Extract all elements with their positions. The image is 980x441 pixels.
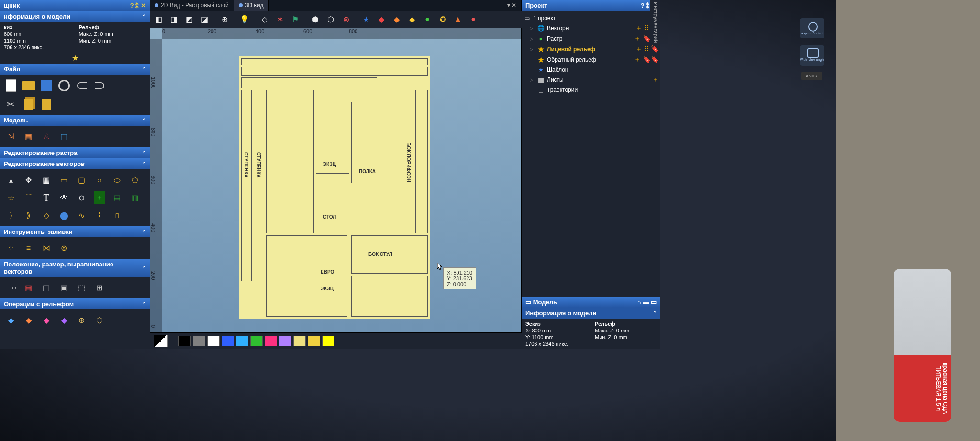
pyramid-button[interactable]: ▲: [451, 12, 465, 26]
favorite-star-icon[interactable]: ★: [0, 53, 150, 64]
pin-icon[interactable]: ? ⁑ ✕: [130, 2, 146, 9]
swatch-white[interactable]: [207, 336, 220, 346]
magnet-tool[interactable]: ⊙: [73, 189, 90, 206]
join-tool[interactable]: ⟩: [2, 207, 19, 224]
project-header[interactable]: Проект ? ⁑ ✕: [522, 0, 660, 11]
curve2-tool[interactable]: ⌇: [91, 207, 108, 224]
dist2-tool[interactable]: ▥: [126, 189, 143, 206]
vector-edit-header[interactable]: Редактирование векторов ⌃: [0, 158, 150, 169]
cut-button[interactable]: ✂: [2, 96, 19, 112]
tree-project-root[interactable]: ▭ 1 проект: [523, 13, 659, 23]
expand-icon[interactable]: ▷: [530, 36, 535, 41]
plugin-button[interactable]: ⚑: [288, 12, 302, 26]
curve3-tool[interactable]: ⎍: [109, 207, 125, 224]
join2-tool[interactable]: ⟫: [20, 207, 37, 224]
tab-2d-raster[interactable]: 2D Вид - Растровый слой: [150, 0, 234, 11]
rgb-button[interactable]: ⊗: [339, 12, 353, 26]
assistant-header[interactable]: щник ? ⁑ ✕: [0, 0, 150, 11]
align3[interactable]: ◫: [38, 279, 55, 296]
toolbox-vtab[interactable]: Инструментарий: [650, 0, 660, 44]
tree-node-raster[interactable]: ▷ ● Растр ＋ 🔖🔖: [523, 33, 659, 44]
align2[interactable]: ▦: [20, 279, 37, 296]
collapse-icon[interactable]: ⌃: [142, 229, 146, 234]
node-tool[interactable]: ◇: [38, 207, 55, 224]
part[interactable]: [351, 276, 428, 317]
curve1-tool[interactable]: ∿: [73, 207, 90, 224]
tree-node-sheets[interactable]: ▷ ▥ Листы ＋: [523, 75, 659, 85]
circle-tool[interactable]: ○: [91, 172, 108, 188]
part[interactable]: [266, 90, 314, 233]
material-sheet[interactable]: СТУПЕНКА СТУПЕНКА ЭКЗЦ ПОЛКА СТОЛ БОК ЛО…: [239, 56, 430, 319]
part-evro[interactable]: [266, 235, 347, 317]
hex-button[interactable]: ⬢: [308, 12, 323, 26]
redo-button[interactable]: [91, 77, 108, 94]
swatch-yellow[interactable]: [322, 336, 334, 346]
swatch-cyan[interactable]: [236, 336, 248, 346]
save-file-button[interactable]: [38, 77, 55, 94]
rect-tool[interactable]: ▭: [56, 172, 72, 188]
minimize-view[interactable]: ▾ ✕: [502, 0, 522, 11]
collapse-icon[interactable]: ⌃: [142, 265, 146, 271]
part-stol[interactable]: [316, 173, 349, 233]
add-buttons[interactable]: ＋: [652, 76, 659, 84]
swatch-gray[interactable]: [193, 336, 205, 346]
collapse-icon[interactable]: ⌃: [653, 310, 657, 316]
circle-grn-button[interactable]: ●: [420, 12, 434, 26]
file-header[interactable]: Файл ⌃: [0, 64, 150, 75]
roundrect-tool[interactable]: ▢: [73, 172, 90, 188]
tab-3d-view[interactable]: 3D вид: [234, 0, 269, 11]
collapse-icon[interactable]: ⌃: [142, 161, 146, 166]
align4[interactable]: ▣: [56, 279, 72, 296]
star-tool[interactable]: ☆: [2, 189, 19, 206]
tree-node-template[interactable]: ★ Шаблон: [523, 65, 659, 75]
swatch-magenta[interactable]: [265, 336, 277, 346]
collapse-icon[interactable]: ⌃: [142, 66, 146, 72]
collapse-icon[interactable]: ⌃: [142, 118, 146, 123]
model-header[interactable]: Модель ⌃: [0, 115, 150, 126]
fill-tools-header[interactable]: Инструменты заливки ⌃: [0, 226, 150, 237]
axes-button[interactable]: ✶: [273, 12, 287, 26]
align1[interactable]: ⎸↔: [2, 279, 19, 296]
grid-tool[interactable]: ▦: [38, 172, 55, 188]
settings-button[interactable]: [56, 77, 72, 94]
swatch-green[interactable]: [250, 336, 263, 346]
zoom-in-button[interactable]: ⊕: [217, 12, 232, 26]
fill2[interactable]: ≡: [20, 240, 37, 256]
3d-viewport[interactable]: 0 200 400 600 800 0 200 400 600 800 1000: [150, 28, 522, 333]
open-file-button[interactable]: [20, 77, 37, 94]
fg-bg-swatch[interactable]: [154, 335, 168, 347]
badge-button[interactable]: ✪: [435, 12, 450, 26]
part-stupenka[interactable]: [241, 90, 252, 281]
model-select-button[interactable]: ◫: [56, 128, 72, 145]
paste-button[interactable]: [38, 96, 55, 112]
eye-tool[interactable]: 👁: [56, 189, 72, 206]
move-tool[interactable]: ✥: [20, 172, 37, 188]
expand-icon[interactable]: ▷: [530, 47, 535, 52]
view-top-button[interactable]: ◪: [197, 12, 212, 26]
layers-button[interactable]: ◇: [257, 12, 272, 26]
view-right-button[interactable]: ◩: [182, 12, 196, 26]
hex2-button[interactable]: ⬡: [323, 12, 338, 26]
part[interactable]: [241, 67, 428, 76]
view-iso-button[interactable]: ◧: [151, 12, 166, 26]
align5[interactable]: ⬚: [73, 279, 90, 296]
align6[interactable]: ⊞: [91, 279, 108, 296]
fill3[interactable]: ⋈: [38, 240, 55, 256]
copy-button[interactable]: [20, 96, 37, 112]
fill4[interactable]: ⊚: [56, 240, 72, 256]
tree-node-front-relief[interactable]: ▷ ★ Лицевой рельеф ＋ ⠿ 🔖: [523, 44, 659, 55]
swatch-black[interactable]: [178, 336, 191, 346]
model-resize-button[interactable]: ⇲: [2, 128, 19, 145]
header-controls[interactable]: ⌂ ▬ ▭: [637, 298, 657, 306]
swatch-violet[interactable]: [279, 336, 291, 346]
model-panel-header[interactable]: ▭ Модель ⌂ ▬ ▭: [522, 297, 660, 308]
collapse-icon[interactable]: ⌃: [142, 301, 146, 307]
dist1-tool[interactable]: ▤: [109, 189, 125, 206]
undo-button[interactable]: [73, 77, 90, 94]
pos-align-header[interactable]: Положение, размер, выравнивание векторов…: [0, 259, 150, 277]
sphere-button[interactable]: ●: [466, 12, 480, 26]
part[interactable]: [415, 90, 428, 233]
model-info-header-right[interactable]: Информация о модели ⌃: [522, 308, 660, 319]
aspect-control-button[interactable]: Aspect Control: [800, 18, 824, 38]
raster-edit-header[interactable]: Редактирование растра ⌃: [0, 147, 150, 158]
